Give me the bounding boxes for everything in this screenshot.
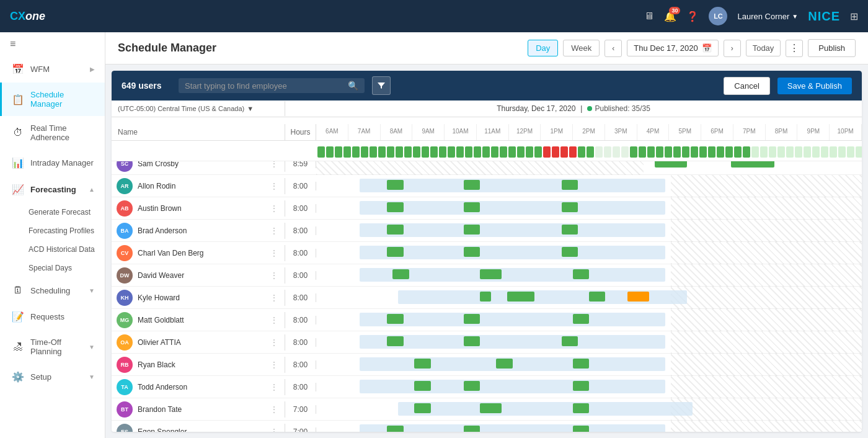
time-header-10am: 10AM (445, 124, 477, 140)
coverage-block (621, 146, 629, 158)
employee-name: Todd Anderson (138, 383, 264, 391)
shift-background (360, 313, 665, 326)
schedule-icon: 🗓 (12, 285, 24, 296)
sidebar-item-special-days[interactable]: Special Days (29, 259, 105, 277)
employee-name: Olivier ATTIA (138, 338, 264, 347)
name-cell: ESEgon Spengler⋮ (112, 424, 285, 432)
employee-menu-button[interactable]: ⋮ (268, 359, 280, 371)
timezone-dropdown-icon: ▼ (247, 105, 254, 112)
avatar[interactable]: LC (709, 7, 727, 25)
sidebar-item-intraday[interactable]: 📊 Intraday Manager (0, 150, 105, 176)
table-row: TATodd Anderson⋮8:00 (112, 376, 862, 398)
grid-header-row: (UTC-05:00) Central Time (US & Canada) ▼… (112, 101, 862, 117)
sidebar-item-requests[interactable]: 📝 Requests (0, 303, 105, 330)
user-name[interactable]: Lauren Corner ▼ (737, 12, 798, 21)
sidebar-item-setup[interactable]: ⚙️ Setup ▼ (0, 364, 105, 390)
employee-menu-button[interactable]: ⋮ (268, 202, 280, 215)
save-publish-button[interactable]: Save & Publish (777, 78, 852, 94)
hours-cell: 8:00 (285, 293, 316, 302)
name-column-header: Name (112, 124, 285, 140)
time-header-2pm: 2PM (573, 124, 605, 140)
sidebar-item-generate-forecast[interactable]: Generate Forecast (29, 203, 105, 221)
schedule-bars[interactable] (316, 309, 862, 331)
hours-cell: 8:00 (285, 182, 316, 190)
off-hours-hatch (671, 309, 862, 331)
gear-icon: ⚙️ (12, 371, 24, 383)
off-hours-hatch (671, 354, 862, 376)
employee-menu-button[interactable]: ⋮ (268, 269, 280, 282)
avatar: RB (117, 357, 133, 373)
employee-name: Ryan Black (138, 360, 264, 369)
sidebar-item-forecasting[interactable]: 📈 Forecasting ▲ (0, 176, 105, 203)
timezone-selector[interactable]: (UTC-05:00) Central Time (US & Canada) ▼ (112, 101, 285, 116)
shift-block (387, 426, 403, 432)
employee-menu-button[interactable]: ⋮ (268, 336, 280, 349)
off-hours-hatch (671, 331, 862, 354)
schedule-bars[interactable] (316, 331, 862, 354)
shift-block (480, 403, 502, 413)
sidebar-item-forecasting-profiles[interactable]: Forecasting Profiles (29, 221, 105, 240)
sidebar-item-acd-historical[interactable]: ACD Historical Data (29, 240, 105, 259)
hours-cell: 7:00 (285, 405, 316, 414)
shift-background (360, 179, 665, 192)
hours-cell: 8:00 (285, 204, 316, 213)
sidebar-toggle[interactable]: ≡ (0, 32, 105, 56)
search-input[interactable] (185, 81, 343, 91)
next-date-button[interactable]: › (724, 40, 741, 57)
publish-button[interactable]: Publish (808, 39, 856, 57)
sidebar-item-scheduling[interactable]: 🗓 Scheduling ▼ (0, 277, 105, 303)
coverage-block (491, 146, 498, 158)
sidebar-item-real-time[interactable]: ⏱ Real Time Adherence (0, 116, 105, 150)
employee-menu-button[interactable]: ⋮ (268, 314, 280, 326)
schedule-bars[interactable] (316, 197, 862, 220)
coverage-block (534, 146, 542, 158)
employee-menu-button[interactable]: ⋮ (268, 403, 280, 416)
schedule-bars[interactable] (316, 242, 862, 264)
schedule-bars[interactable] (316, 175, 862, 197)
search-box[interactable]: 🔍 (179, 78, 365, 93)
coverage-block (404, 146, 412, 158)
employee-menu-button[interactable]: ⋮ (268, 247, 280, 259)
sidebar-item-schedule-manager[interactable]: 📋 Schedule Manager (0, 83, 105, 116)
help-icon[interactable]: ❓ (686, 11, 699, 22)
grid-icon[interactable]: ⊞ (850, 11, 858, 22)
employee-name: Charl Van Den Berg (138, 249, 264, 257)
published-text: Published: 35/35 (595, 104, 650, 113)
employee-menu-button[interactable]: ⋮ (268, 426, 280, 432)
coverage-block (734, 146, 742, 158)
name-cell: ABAustin Brown⋮ (112, 200, 285, 217)
shift-block (414, 359, 430, 369)
schedule-bars[interactable] (316, 264, 862, 287)
prev-date-button[interactable]: ‹ (604, 40, 622, 57)
filter-button[interactable] (372, 76, 391, 95)
schedule-bars[interactable] (316, 220, 862, 242)
shift-block (387, 336, 403, 346)
off-hours-hatch (671, 376, 862, 398)
coverage-block (647, 146, 655, 158)
shift-block (464, 314, 480, 324)
schedule-bars[interactable] (316, 376, 862, 398)
schedule-bars[interactable] (316, 421, 862, 432)
cancel-button[interactable]: Cancel (724, 77, 769, 95)
notifications-badge[interactable]: 🔔 30 (664, 11, 676, 22)
schedule-bars[interactable] (316, 398, 862, 421)
sidebar: ≡ 📅 WFM ▶ 📋 Schedule Manager ⏱ Real Time… (0, 32, 105, 438)
monitor-icon[interactable]: 🖥 (644, 11, 654, 22)
schedule-bars[interactable] (316, 354, 862, 376)
table-row: ESEgon Spengler⋮7:00 (112, 421, 862, 432)
schedule-bars[interactable] (316, 287, 862, 309)
employee-menu-button[interactable]: ⋮ (268, 381, 280, 393)
sidebar-item-time-off[interactable]: 🏖 Time-Off Planning ▼ (0, 330, 105, 364)
schedule-grid[interactable]: (UTC-05:00) Central Time (US & Canada) ▼… (112, 101, 862, 432)
app-logo[interactable]: CXone (10, 10, 45, 23)
employee-menu-button[interactable]: ⋮ (268, 180, 280, 192)
sidebar-item-wfm[interactable]: 📅 WFM ▶ (0, 56, 105, 83)
shift-block (480, 269, 502, 279)
more-options-button[interactable]: ⋮ (786, 40, 803, 57)
today-button[interactable]: Today (746, 40, 781, 56)
day-view-button[interactable]: Day (528, 40, 558, 56)
employee-menu-button[interactable]: ⋮ (268, 225, 280, 237)
employee-menu-button[interactable]: ⋮ (268, 292, 280, 304)
week-view-button[interactable]: Week (563, 40, 600, 56)
coverage-block (604, 146, 611, 158)
